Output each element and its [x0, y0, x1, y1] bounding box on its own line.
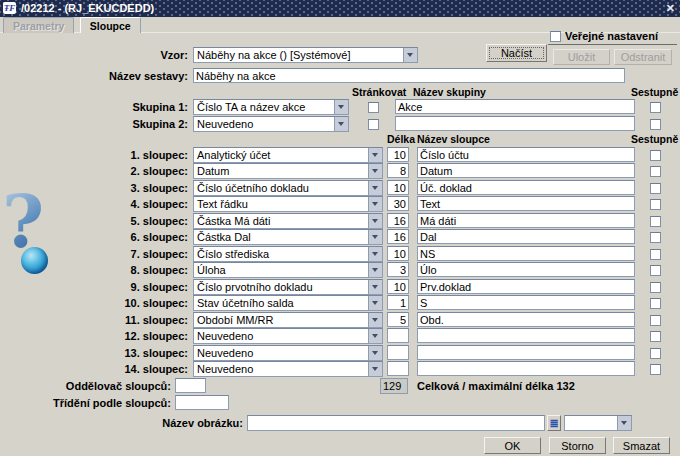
- image-select[interactable]: [564, 415, 632, 431]
- column-length-input[interactable]: [387, 312, 409, 327]
- column-type-select[interactable]: Text řádku: [193, 196, 383, 212]
- column-descending-checkbox[interactable]: [650, 282, 661, 293]
- header-sestupne-groups: Sestupně: [631, 86, 678, 98]
- column-type-select[interactable]: Číslo účetního dokladu: [193, 180, 383, 196]
- verejne-nastaveni-checkbox[interactable]: [550, 31, 561, 42]
- column-name-input[interactable]: [417, 312, 635, 327]
- tab-sloupce[interactable]: Sloupce: [80, 17, 141, 33]
- group-descending-checkbox[interactable]: [650, 102, 661, 113]
- column-type-select[interactable]: Číslo střediska: [193, 246, 383, 262]
- column-type-select[interactable]: Částka Má dáti: [193, 213, 383, 229]
- column-descending-checkbox[interactable]: [650, 232, 661, 243]
- nazev-sestavy-input[interactable]: [193, 68, 625, 83]
- column-type-select[interactable]: Úloha: [193, 262, 383, 278]
- column-type-value: Neuvedeno: [194, 329, 368, 343]
- column-descending-checkbox[interactable]: [650, 249, 661, 260]
- column-type-select[interactable]: Neuvedeno: [193, 328, 383, 344]
- column-descending-checkbox[interactable]: [650, 183, 661, 194]
- column-descending-checkbox[interactable]: [650, 216, 661, 227]
- column-descending-checkbox[interactable]: [650, 150, 661, 161]
- column-descending-checkbox[interactable]: [650, 315, 661, 326]
- column-length-input[interactable]: [387, 295, 409, 310]
- column-length-input[interactable]: [387, 328, 409, 343]
- column-length-input[interactable]: [387, 196, 409, 211]
- column-name-input[interactable]: [417, 262, 635, 277]
- column-length-input[interactable]: [387, 246, 409, 261]
- column-descending-checkbox[interactable]: [650, 166, 661, 177]
- group-name-input[interactable]: [395, 116, 635, 131]
- group-label: Skupina 2:: [0, 118, 188, 130]
- nacist-button[interactable]: Načíst: [486, 44, 547, 62]
- group-paginate-checkbox[interactable]: [368, 119, 379, 130]
- column-name-input[interactable]: [417, 328, 635, 343]
- vzor-select[interactable]: Náběhy na akce () [Systémové]: [193, 47, 418, 63]
- column-descending-checkbox[interactable]: [650, 331, 661, 342]
- column-descending-checkbox[interactable]: [650, 199, 661, 210]
- column-type-select[interactable]: Neuvedeno: [193, 345, 383, 361]
- column-descending-checkbox[interactable]: [650, 364, 661, 375]
- oddelovac-input[interactable]: [175, 378, 206, 393]
- column-length-input[interactable]: [387, 163, 409, 178]
- smazat-button[interactable]: Smazat: [613, 437, 670, 454]
- group-descending-checkbox[interactable]: [650, 119, 661, 130]
- chevron-down-icon: [403, 48, 417, 62]
- column-name-input[interactable]: [417, 180, 635, 195]
- group-name-input[interactable]: [395, 99, 635, 114]
- column-row: 7. sloupec: Číslo střediska: [0, 246, 680, 262]
- column-length-input[interactable]: [387, 279, 409, 294]
- column-type-select[interactable]: Datum: [193, 163, 383, 179]
- column-name-input[interactable]: [417, 345, 635, 360]
- column-name-input[interactable]: [417, 163, 635, 178]
- group-label: Skupina 1:: [0, 101, 188, 113]
- column-length-input[interactable]: [387, 213, 409, 228]
- column-type-select[interactable]: Číslo prvotního dokladu: [193, 279, 383, 295]
- group-type-select[interactable]: Číslo TA a název akce: [193, 99, 349, 115]
- column-name-input[interactable]: [417, 147, 635, 162]
- trideni-input[interactable]: [175, 395, 229, 410]
- odstranit-button[interactable]: Odstranit: [614, 49, 672, 65]
- column-row: 10. sloupec: Stav účetního salda: [0, 295, 680, 311]
- close-icon[interactable]: ✕: [666, 0, 675, 17]
- column-name-input[interactable]: [417, 229, 635, 244]
- column-name-input[interactable]: [417, 361, 635, 376]
- column-type-select[interactable]: Analytický účet: [193, 147, 383, 163]
- column-type-select[interactable]: Neuvedeno: [193, 361, 383, 377]
- image-list-button[interactable]: ≣: [547, 415, 561, 431]
- column-length-input[interactable]: [387, 361, 409, 376]
- column-name-input[interactable]: [417, 196, 635, 211]
- total-length-box: 129: [380, 378, 408, 394]
- column-name-input[interactable]: [417, 279, 635, 294]
- nazev-obrazku-input[interactable]: [247, 415, 545, 431]
- ulozit-button[interactable]: Uložit: [553, 49, 610, 65]
- header-delka: Délka: [387, 133, 415, 145]
- column-name-input[interactable]: [417, 246, 635, 261]
- column-type-select[interactable]: Období MM/RR: [193, 312, 383, 328]
- storno-button[interactable]: Storno: [549, 437, 606, 454]
- column-length-input[interactable]: [387, 147, 409, 162]
- group-type-select[interactable]: Neuvedeno: [193, 116, 349, 132]
- column-type-value: Datum: [194, 164, 368, 178]
- column-descending-checkbox[interactable]: [650, 265, 661, 276]
- chevron-down-icon: [368, 362, 382, 376]
- column-descending-checkbox[interactable]: [650, 298, 661, 309]
- group-paginate-checkbox[interactable]: [368, 102, 379, 113]
- column-length-input[interactable]: [387, 262, 409, 277]
- column-name-input[interactable]: [417, 295, 635, 310]
- column-length-input[interactable]: [387, 229, 409, 244]
- ok-button[interactable]: OK: [484, 437, 541, 454]
- total-length-label: Celková / maximální délka 132: [417, 380, 575, 392]
- column-type-value: Částka Má dáti: [194, 214, 368, 228]
- image-select-value: [565, 416, 617, 430]
- column-type-value: Stav účetního salda: [194, 296, 368, 310]
- column-descending-checkbox[interactable]: [650, 348, 661, 359]
- chevron-down-icon: [368, 214, 382, 228]
- column-name-input[interactable]: [417, 213, 635, 228]
- column-type-value: Částka Dal: [194, 230, 368, 244]
- column-type-select[interactable]: Stav účetního salda: [193, 295, 383, 311]
- column-type-value: Neuvedeno: [194, 362, 368, 376]
- column-length-input[interactable]: [387, 345, 409, 360]
- chevron-down-icon: [368, 164, 382, 178]
- column-length-input[interactable]: [387, 180, 409, 195]
- tab-parametry[interactable]: Parametry: [3, 17, 74, 33]
- column-type-select[interactable]: Částka Dal: [193, 229, 383, 245]
